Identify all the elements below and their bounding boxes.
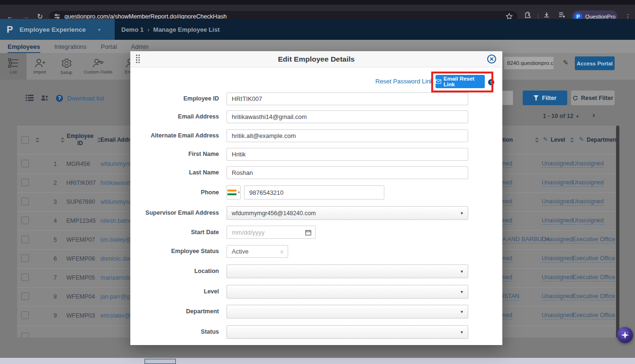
department-select[interactable]: ▾ <box>227 305 468 318</box>
row-checkbox[interactable] <box>21 217 29 224</box>
level-link[interactable]: Unassigned <box>542 217 573 225</box>
row-checkbox[interactable] <box>21 273 29 281</box>
email-link[interactable]: tim.bailey@g <box>100 237 135 243</box>
phone-field[interactable]: 9876543210 <box>244 185 384 200</box>
bottom-button-partial[interactable] <box>145 359 176 364</box>
alternate-email-address-field[interactable]: hritik.alt@example.com <box>227 129 468 142</box>
toolbar-item-list[interactable]: List <box>0 53 27 80</box>
location-link[interactable]: ned <box>502 160 512 168</box>
edit-department-icon[interactable]: ✎ <box>579 136 584 143</box>
access-portal-button[interactable]: Access Portal <box>575 56 615 70</box>
employee-status-select[interactable]: Active∨ <box>227 245 288 258</box>
location-select[interactable]: ▾ <box>227 264 468 278</box>
extensions-icon[interactable] <box>524 11 531 18</box>
row-checkbox[interactable] <box>21 160 29 167</box>
row-checkbox[interactable] <box>21 311 29 319</box>
sort-icon[interactable] <box>97 137 100 143</box>
location-link[interactable]: ned <box>502 274 512 282</box>
location-link[interactable]: ned <box>502 217 512 225</box>
modal-help-icon[interactable]: ? <box>488 79 494 85</box>
email-reset-link-button[interactable]: Email Reset Link <box>435 75 485 88</box>
toolbar-item-import[interactable]: Import <box>27 53 53 80</box>
department-link[interactable]: Executive Office <box>572 274 615 282</box>
edit-portal-url-icon[interactable]: ✎ <box>563 59 569 66</box>
sort-icon[interactable] <box>535 137 538 143</box>
location-link[interactable]: ned <box>502 198 512 206</box>
level-link[interactable]: Unassigned <box>542 293 573 300</box>
toolbar-divider: | <box>537 12 539 19</box>
row-checkbox[interactable] <box>21 179 29 186</box>
tab-portal[interactable]: Portal <box>101 43 117 53</box>
employee-id-header[interactable]: Employee ID <box>65 133 95 147</box>
email-link[interactable]: wfdummymg <box>100 161 134 167</box>
location-link[interactable]: ned <box>502 255 512 263</box>
location-link[interactable]: ned <box>502 312 512 319</box>
department-header[interactable]: Department <box>587 136 618 143</box>
department-link[interactable]: Executive Office <box>572 312 615 319</box>
reading-list-icon[interactable] <box>558 11 565 18</box>
row-checkbox[interactable] <box>21 255 29 262</box>
row-checkbox[interactable] <box>21 292 29 300</box>
employee-id-field[interactable]: HRITIK007 <box>227 92 468 105</box>
filter-button[interactable]: Filter <box>523 91 567 105</box>
row-checkbox[interactable] <box>21 198 29 205</box>
email-link[interactable]: dominic.davi <box>100 255 133 262</box>
product-switcher[interactable]: P Employee Experience ▾ <box>0 19 115 40</box>
department-link[interactable]: Unassigned <box>572 217 604 225</box>
department-link[interactable]: Executive Office <box>572 255 615 263</box>
portal-url-input[interactable]: 8240.questionpro.c <box>504 56 554 70</box>
last-name-field[interactable]: Roshan <box>227 166 468 179</box>
location-link[interactable]: ISTAN <box>502 293 519 300</box>
table-scrollbar[interactable] <box>616 126 619 337</box>
breadcrumb-project[interactable]: Demo 1 <box>121 26 144 33</box>
email-link[interactable]: hritikawasthi <box>100 180 133 186</box>
level-link[interactable]: Unassigned <box>542 160 573 168</box>
edit-level-icon[interactable]: ✎ <box>543 136 548 143</box>
level-link[interactable]: Unassigned <box>542 198 573 206</box>
close-icon[interactable]: ✕ <box>487 55 496 64</box>
department-link[interactable]: Unassigned <box>572 198 604 206</box>
start-date-field[interactable]: mm/dd/yyyy <box>227 226 316 239</box>
assistant-sparkle-widget[interactable] <box>617 327 633 343</box>
tab-employees[interactable]: Employees <box>8 43 40 53</box>
sort-icon[interactable] <box>35 137 39 143</box>
department-link[interactable]: Unassigned <box>572 160 604 168</box>
level-header[interactable]: Level <box>551 136 565 143</box>
download-list-link[interactable]: Download list <box>67 95 104 102</box>
sort-icon[interactable] <box>60 137 64 143</box>
department-link[interactable]: Executive Office <box>572 293 615 300</box>
toolbar-item-custom-fields[interactable]: Custom Fields <box>80 53 117 80</box>
level-link[interactable]: Unassigned <box>542 312 573 319</box>
email-address-field[interactable]: hritikawasthi14@gmail.com <box>227 110 468 123</box>
group-view-icon[interactable] <box>41 94 49 101</box>
status-select[interactable]: ▾ <box>227 325 468 339</box>
first-name-field[interactable]: Hritik <box>227 148 468 161</box>
tab-integrations[interactable]: Integrations <box>54 43 87 53</box>
level-link[interactable]: Unassigned <box>542 236 573 244</box>
level-link[interactable]: Unassigned <box>542 274 573 282</box>
row-checkbox[interactable] <box>21 236 29 243</box>
list-help-icon[interactable]: ? <box>56 95 63 102</box>
select-all-checkbox[interactable] <box>21 136 29 144</box>
level-link[interactable]: Unassigned <box>542 179 573 187</box>
country-flag-select[interactable]: ▾ <box>227 185 241 200</box>
list-view-icon[interactable] <box>26 94 34 101</box>
level-select[interactable]: ▾ <box>227 285 468 299</box>
reset-filter-button[interactable]: Reset Filter <box>571 91 615 105</box>
page-size-caret-icon[interactable]: ▾ <box>576 114 579 119</box>
email-link[interactable]: ericslater@g <box>100 312 134 319</box>
location-link[interactable]: ned <box>502 179 512 187</box>
level-link[interactable]: Unassigned <box>542 255 573 263</box>
row-checkbox-partial[interactable] <box>21 333 29 337</box>
department-link[interactable]: Executive Office <box>572 236 615 244</box>
email-link[interactable]: mariaarnold <box>100 274 132 281</box>
download-icon[interactable] <box>543 11 550 18</box>
reset-password-link[interactable]: Reset Password Link <box>375 78 433 85</box>
sort-icon[interactable] <box>570 137 573 143</box>
next-page-icon[interactable]: › <box>592 110 595 120</box>
supervisor-email-address-select[interactable]: wfdummymgr456@148240.com▾ <box>227 206 468 220</box>
toolbar-item-setup[interactable]: Setup <box>53 53 80 80</box>
email-link[interactable]: jan.parr@gm <box>100 293 135 300</box>
department-link[interactable]: Unassigned <box>572 179 604 187</box>
location-header-partial[interactable]: tion <box>502 136 513 143</box>
